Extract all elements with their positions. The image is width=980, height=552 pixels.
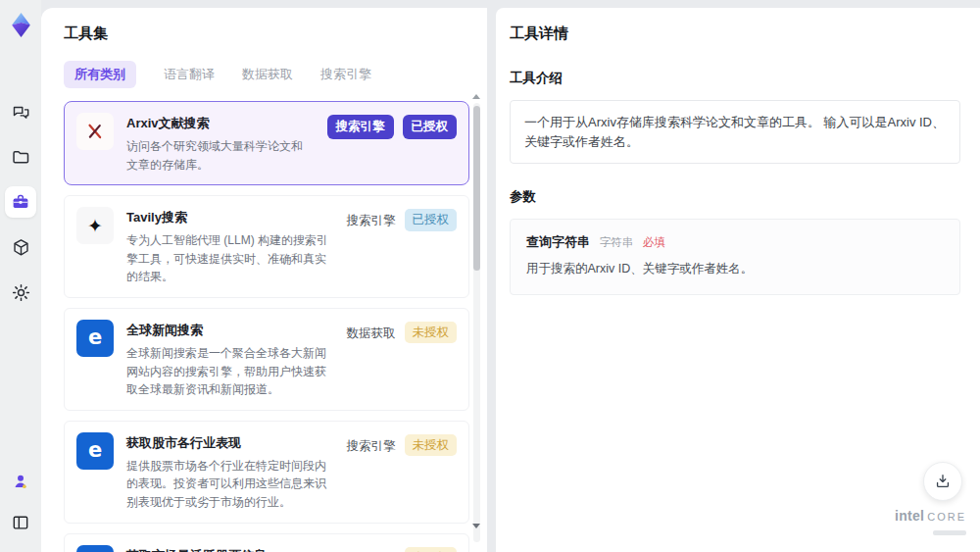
- param-type: 字符串: [600, 236, 634, 248]
- tool-details-panel: 工具详情 工具介绍 一个用于从Arxiv存储库搜索科学论文和文章的工具。 输入可…: [496, 8, 980, 552]
- download-icon: [933, 472, 953, 491]
- auth-status-badge: 已授权: [405, 209, 458, 231]
- tool-card-tavily[interactable]: ✦ Tavily搜索 专为人工智能代理 (LLM) 构建的搜索引擎工具，可快速提…: [64, 195, 469, 298]
- auth-status-badge: 已授权: [403, 115, 458, 139]
- parameter-card: 查询字符串 字符串 必填 用于搜索的Arxiv ID、关键字或作者姓名。: [510, 219, 960, 295]
- stock-search-logo-icon: e: [76, 545, 114, 552]
- tool-card-global-news[interactable]: e 全球新闻搜索 全球新闻搜索是一个聚合全球各大新闻网站内容的搜索引擎，帮助用户…: [64, 308, 469, 411]
- auth-status-badge: 未授权: [405, 547, 458, 552]
- category-tabs: 所有类别 语言翻译 数据获取 搜索引擎: [64, 63, 466, 86]
- tavily-star-icon: ✦: [76, 207, 114, 244]
- app-window: 工具集 所有类别 语言翻译 数据获取 搜索引擎 A: [0, 0, 980, 552]
- tool-description: 访问各个研究领域大量科学论文和文章的存储库。: [126, 137, 315, 174]
- category-badge: 数据获取: [347, 322, 396, 346]
- scrollbar-thumb[interactable]: [473, 106, 480, 271]
- tool-title: Tavily搜索: [126, 209, 334, 226]
- category-badge: 搜索引擎: [347, 209, 396, 233]
- intel-core-subtext-bar: [933, 530, 966, 535]
- tool-intro-text: 一个用于从Arxiv存储库搜索科学论文和文章的工具。 输入可以是Arxiv ID…: [510, 100, 960, 164]
- tool-description: 提供股票市场各个行业在特定时间段内的表现。投资者可以利用这些信息来识别表现优于或…: [126, 457, 334, 512]
- tool-description: 全球新闻搜索是一个聚合全球各大新闻网站内容的搜索引擎，帮助用户快速获取全球最新资…: [126, 344, 334, 399]
- tool-card-sector-performance[interactable]: e 获取股市各行业表现 提供股票市场各个行业在特定时间段内的表现。投资者可以利用…: [64, 421, 469, 524]
- toolbox-icon-active[interactable]: [5, 186, 36, 218]
- tool-card-list: Arxiv文献搜索 访问各个研究领域大量科学论文和文章的存储库。 搜索引擎 已授…: [64, 101, 469, 552]
- tool-description: 专为人工智能代理 (LLM) 构建的搜索引擎工具，可快速提供实时、准确和真实的结…: [126, 231, 334, 286]
- param-description: 用于搜索的Arxiv ID、关键字或作者姓名。: [526, 261, 944, 277]
- tab-all-categories[interactable]: 所有类别: [64, 61, 136, 88]
- tool-title: Arxiv文献搜索: [126, 115, 315, 132]
- auth-status-badge: 未授权: [405, 322, 458, 344]
- tool-card-active-stocks[interactable]: e 获取市场最活跃股票信息 提供当天交易量最高的股票列表。投资者可以利用这些信息…: [64, 533, 469, 552]
- toolset-title: 工具集: [64, 25, 466, 43]
- download-button[interactable]: [923, 462, 962, 501]
- category-badge: 搜索引擎: [347, 547, 396, 552]
- details-title: 工具详情: [510, 25, 960, 43]
- user-avatar-icon[interactable]: [5, 466, 36, 497]
- intel-core-logo: intelCORE: [895, 509, 966, 538]
- app-logo-icon: [8, 12, 34, 41]
- tab-data-fetch[interactable]: 数据获取: [242, 66, 293, 83]
- scrollbar-down-arrow[interactable]: [472, 524, 480, 528]
- tool-title: 获取股市各行业表现: [126, 434, 334, 452]
- toolset-panel: 工具集 所有类别 语言翻译 数据获取 搜索引擎 A: [41, 8, 487, 552]
- settings-gear-icon[interactable]: [5, 276, 36, 308]
- tool-title: 获取市场最活跃股票信息: [126, 547, 334, 552]
- sidebar-bottom: [5, 466, 36, 538]
- arxiv-logo-icon: [76, 113, 114, 150]
- content-area: 工具集 所有类别 语言翻译 数据获取 搜索引擎 A: [41, 0, 980, 552]
- news-search-logo-icon: e: [76, 320, 114, 357]
- param-name: 查询字符串: [526, 234, 590, 249]
- tab-search-engine[interactable]: 搜索引擎: [320, 66, 371, 83]
- package-icon[interactable]: [5, 231, 36, 263]
- category-badge: 搜索引擎: [347, 434, 396, 459]
- intro-heading: 工具介绍: [510, 70, 960, 87]
- category-badge: 搜索引擎: [327, 115, 394, 139]
- sidebar-rail: [0, 0, 41, 552]
- param-required-badge: 必填: [643, 236, 665, 248]
- folder-icon[interactable]: [5, 141, 36, 173]
- params-heading: 参数: [510, 188, 960, 206]
- auth-status-badge: 未授权: [405, 434, 458, 457]
- sidebar-nav: [5, 96, 36, 308]
- stock-search-logo-icon: e: [76, 432, 114, 470]
- tab-language-translation[interactable]: 语言翻译: [164, 66, 215, 83]
- tool-card-arxiv[interactable]: Arxiv文献搜索 访问各个研究领域大量科学论文和文章的存储库。 搜索引擎 已授…: [64, 101, 469, 185]
- chat-icon[interactable]: [5, 96, 36, 127]
- scrollbar-up-arrow[interactable]: [472, 94, 480, 99]
- collapse-panel-icon[interactable]: [5, 507, 36, 538]
- tool-title: 全球新闻搜索: [126, 322, 334, 339]
- scrollbar-track[interactable]: [473, 103, 480, 542]
